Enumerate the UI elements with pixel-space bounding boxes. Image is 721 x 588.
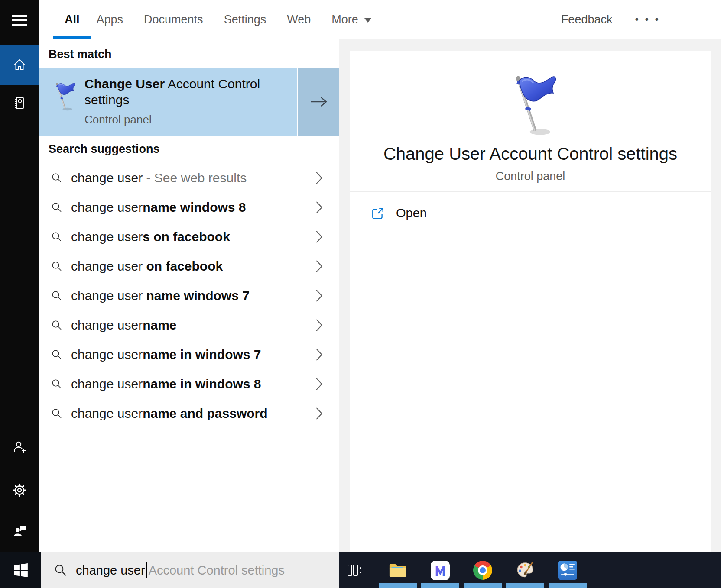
sidebar-item-home[interactable] [0, 45, 39, 85]
chrome-icon [473, 561, 492, 580]
search-suggestions-header: Search suggestions [49, 142, 160, 156]
suggestion-row[interactable]: change username [39, 310, 339, 340]
running-app-indicator [421, 583, 459, 588]
tab-more-label: More [331, 13, 358, 26]
windows-logo-icon [13, 562, 29, 578]
best-match-text: Change User Account Control settings Con… [84, 76, 284, 126]
chevron-right-icon[interactable] [315, 289, 323, 302]
file-explorer-button[interactable] [388, 561, 407, 580]
open-external-icon [371, 207, 385, 220]
suggestion-text: change user - See web results [71, 171, 247, 185]
open-action[interactable]: Open [371, 206, 427, 220]
flag-icon [500, 71, 561, 140]
tab-web-label: Web [287, 13, 311, 26]
tab-apps[interactable]: Apps [97, 0, 123, 39]
taskbar-icons [339, 552, 721, 588]
suggestion-text: change user on facebook [71, 259, 223, 274]
best-match-result[interactable]: Change User Account Control settings Con… [39, 68, 339, 136]
taskbar: change user Account Control settings [0, 552, 721, 588]
search-icon [51, 349, 62, 360]
search-query-text: change user [76, 563, 145, 578]
top-tab-bar: All Apps Documents Settings Web More Fee… [39, 0, 721, 39]
tab-documents-label: Documents [144, 13, 203, 26]
search-icon [51, 172, 62, 184]
suggestion-text: change username windows 8 [71, 200, 246, 215]
suggestion-row[interactable]: change user on facebook [39, 252, 339, 281]
arrow-right-icon [310, 96, 328, 107]
flag-icon [49, 80, 77, 113]
tab-all[interactable]: All [53, 0, 91, 39]
overflow-menu-button[interactable]: • • • [635, 13, 660, 26]
suggestion-text: change username in windows 8 [71, 377, 261, 391]
chrome-button[interactable] [473, 561, 492, 580]
chevron-right-icon[interactable] [315, 378, 323, 391]
best-match-title: Change User Account Control settings [84, 76, 284, 108]
sidebar-item-add-user[interactable] [0, 436, 39, 457]
suggestion-row[interactable]: change username and password [39, 399, 339, 428]
chevron-right-icon[interactable] [315, 348, 323, 361]
preview-region: Change User Account Control settings Con… [339, 39, 721, 552]
search-results-panel: Best match Change User Account Control s… [39, 39, 339, 552]
best-match-main[interactable]: Change User Account Control settings Con… [39, 68, 297, 136]
task-view-icon [347, 563, 364, 578]
chevron-right-icon[interactable] [315, 201, 323, 214]
topbar-right-group: Feedback • • • [561, 0, 660, 39]
best-match-expand-button[interactable] [298, 68, 339, 136]
tab-settings[interactable]: Settings [224, 0, 266, 39]
hamburger-icon[interactable] [0, 11, 39, 29]
suggestion-row[interactable]: change username windows 8 [39, 193, 339, 222]
search-icon [51, 378, 62, 390]
settings-gear-icon [12, 483, 27, 498]
running-app-indicator [379, 583, 417, 588]
preview-subtitle: Control panel [350, 170, 711, 183]
search-inline-completion: Account Control settings [149, 563, 285, 578]
tab-more[interactable]: More [331, 0, 371, 39]
search-icon [51, 202, 62, 213]
task-view-button[interactable] [346, 561, 365, 580]
user-feedback-icon [12, 524, 27, 539]
m-app-button[interactable] [431, 561, 450, 580]
chevron-right-icon[interactable] [315, 260, 323, 273]
best-match-title-typed: Change User [84, 77, 165, 91]
suggestion-row[interactable]: change user - See web results [39, 163, 339, 193]
running-app-indicator [464, 583, 502, 588]
chevron-right-icon[interactable] [315, 230, 323, 243]
chevron-right-icon[interactable] [315, 319, 323, 332]
sidebar-item-user-account[interactable] [0, 521, 39, 542]
flyout-sidebar [0, 0, 39, 552]
preview-card: Change User Account Control settings Con… [350, 51, 711, 552]
chevron-right-icon[interactable] [315, 407, 323, 420]
search-filter-tabs: All Apps Documents Settings Web More [53, 0, 392, 39]
suggestion-list: change user - See web results change use… [39, 163, 339, 428]
preview-header: Change User Account Control settings Con… [350, 51, 711, 183]
suggestion-row[interactable]: change username in windows 8 [39, 369, 339, 399]
running-app-indicator [506, 583, 544, 588]
start-button[interactable] [0, 552, 41, 588]
search-icon [51, 408, 62, 419]
search-icon [51, 320, 62, 331]
taskbar-search-input[interactable]: change user Account Control settings [41, 552, 339, 588]
suggestion-row[interactable]: change user name windows 7 [39, 281, 339, 310]
suggestion-text: change username in windows 7 [71, 347, 261, 362]
tab-apps-label: Apps [97, 13, 123, 26]
paint-button[interactable] [516, 561, 535, 580]
tab-documents[interactable]: Documents [144, 0, 203, 39]
suggestion-text: change username and password [71, 406, 268, 421]
suggestion-row[interactable]: change username in windows 7 [39, 340, 339, 369]
sidebar-item-settings[interactable] [0, 480, 39, 501]
suggestion-text: change username [71, 318, 177, 333]
system-monitor-button[interactable] [558, 561, 577, 580]
best-match-subtitle: Control panel [84, 113, 284, 126]
add-user-icon [12, 439, 27, 454]
file-explorer-icon [388, 562, 407, 579]
running-app-indicator [549, 583, 587, 588]
journal-icon [12, 96, 27, 110]
sidebar-item-journal[interactable] [0, 93, 39, 113]
feedback-button[interactable]: Feedback [561, 13, 613, 26]
paint-palette-icon [516, 561, 535, 580]
m-app-icon [431, 561, 450, 580]
chevron-right-icon[interactable] [315, 171, 323, 184]
suggestion-row[interactable]: change users on facebook [39, 222, 339, 252]
tab-web[interactable]: Web [287, 0, 311, 39]
search-icon [51, 231, 62, 242]
